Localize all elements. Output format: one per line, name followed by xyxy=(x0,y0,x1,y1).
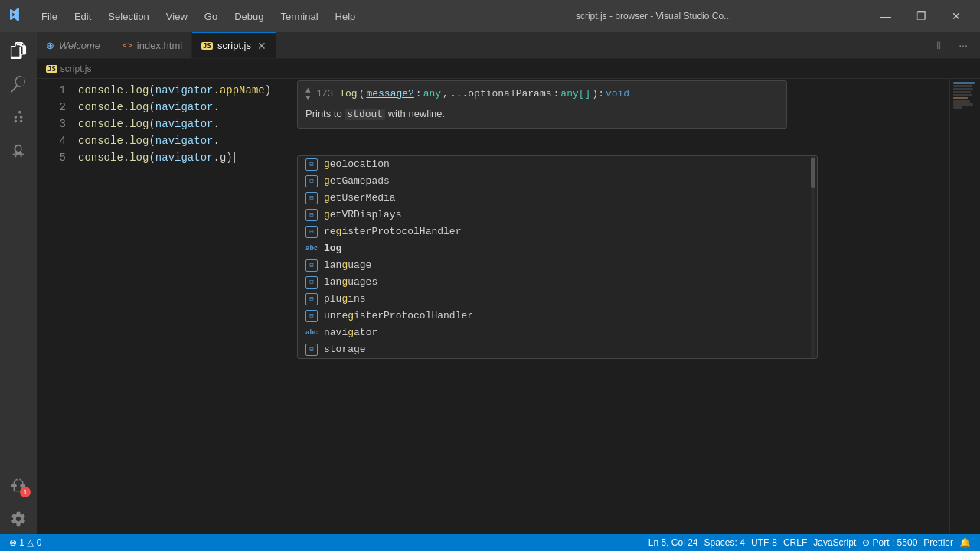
menu-debug[interactable]: Debug xyxy=(227,8,271,25)
status-prettier-text: Prettier xyxy=(923,537,953,548)
menu-help[interactable]: Help xyxy=(328,8,364,25)
ac-icon-getUserMedia: ⊟ xyxy=(305,192,318,204)
minimap-lines xyxy=(950,79,980,112)
status-errors[interactable]: ⊗ 1 △ 0 xyxy=(6,537,44,548)
status-encoding[interactable]: UTF-8 xyxy=(748,537,780,548)
editor-content[interactable]: 1 2 3 4 5 console.log(navigator.appName)… xyxy=(37,79,980,534)
editor-area: ⊕ Welcome <> index.html JS script.js ✕ ⫴… xyxy=(37,32,980,534)
menu-edit[interactable]: Edit xyxy=(67,8,99,25)
ac-item-getUserMedia[interactable]: ⊟ getUserMedia xyxy=(298,190,817,207)
minimize-button[interactable]: — xyxy=(868,0,903,32)
tab-welcome[interactable]: ⊕ Welcome xyxy=(37,32,113,58)
status-errors-text: ⊗ 1 △ 0 xyxy=(9,537,41,548)
line-numbers: 1 2 3 4 5 xyxy=(37,79,75,534)
ac-icon-languages: ⊟ xyxy=(305,276,318,289)
breadcrumb: JS script.js xyxy=(37,59,980,79)
signature-help-tooltip: ▲ ▼ 1/3 log ( message? : any , ...option… xyxy=(297,80,787,129)
status-lineending[interactable]: CRLF xyxy=(780,537,810,548)
sig-param-type: any xyxy=(423,86,441,103)
window-title: script.js - browser - Visual Studio Co..… xyxy=(451,11,856,21)
ac-icon-navigator: abc xyxy=(305,324,318,341)
menu-go[interactable]: Go xyxy=(197,8,225,25)
more-actions-button[interactable]: ··· xyxy=(952,34,974,56)
tab-script-js[interactable]: JS script.js ✕ xyxy=(192,32,276,58)
window-controls: — ❐ ✕ xyxy=(868,0,974,32)
ac-item-log[interactable]: abc log xyxy=(298,240,817,257)
split-editor-button[interactable]: ⫴ xyxy=(928,34,949,56)
ac-item-language[interactable]: ⊟ language xyxy=(298,257,817,274)
sig-param-name: message? xyxy=(366,86,413,103)
menu-terminal[interactable]: Terminal xyxy=(273,8,325,25)
ac-item-plugins[interactable]: ⊟ plugins xyxy=(298,291,817,308)
status-bell[interactable]: 🔔 xyxy=(956,537,974,548)
status-encoding-text: UTF-8 xyxy=(751,537,777,548)
tab-index-html[interactable]: <> index.html xyxy=(113,32,192,58)
status-language-text: JavaScript xyxy=(813,537,856,548)
autocomplete-scrollbar[interactable] xyxy=(811,156,815,358)
status-port-text: ⊙ Port : 5500 xyxy=(862,537,917,548)
line-num-2: 2 xyxy=(37,99,66,116)
ac-item-storage[interactable]: ⊟ storage xyxy=(298,341,817,358)
line-num-3: 3 xyxy=(37,116,66,132)
extensions-badge: 1 xyxy=(20,487,31,497)
code-area[interactable]: console.log(navigator.appName) console.l… xyxy=(75,79,949,534)
line-num-1: 1 xyxy=(37,82,66,99)
tab-bar: ⊕ Welcome <> index.html JS script.js ✕ ⫴… xyxy=(37,32,980,59)
code-line-4: console.log(navigator. xyxy=(78,132,949,149)
ac-item-languages[interactable]: ⊟ languages xyxy=(298,274,817,291)
ac-item-geolocation[interactable]: ⊟ geolocation xyxy=(298,156,817,173)
breadcrumb-filename: script.js xyxy=(60,64,92,74)
menu-file[interactable]: File xyxy=(34,8,65,25)
autocomplete-scrollbar-thumb xyxy=(811,158,815,188)
ac-icon-getGamepads: ⊟ xyxy=(305,175,318,187)
sig-return-type: void xyxy=(606,86,629,103)
activity-explorer-icon[interactable] xyxy=(3,35,34,66)
ac-item-getVRDisplays[interactable]: ⊟ getVRDisplays xyxy=(298,207,817,223)
status-position[interactable]: Ln 5, Col 24 xyxy=(645,537,701,548)
vscode-icon xyxy=(6,7,21,26)
text-cursor xyxy=(234,152,235,163)
ac-icon-geolocation: ⊟ xyxy=(305,158,318,171)
activity-settings-icon[interactable] xyxy=(3,504,34,534)
close-button[interactable]: ✕ xyxy=(939,0,974,32)
line-num-5: 5 xyxy=(37,149,66,166)
ac-item-registerProtocolHandler[interactable]: ⊟ registerProtocolHandler xyxy=(298,223,817,240)
desc-code-stdout: stdout xyxy=(345,109,385,120)
maximize-button[interactable]: ❐ xyxy=(903,0,939,32)
ac-icon-unregisterProtocolHandler: ⊟ xyxy=(305,310,318,322)
autocomplete-dropdown[interactable]: ⊟ geolocation ⊟ getGamepads ⊟ getUserMed… xyxy=(297,155,818,359)
signature-nav-arrows[interactable]: ▲ ▼ xyxy=(305,86,311,102)
ac-item-unregisterProtocolHandler[interactable]: ⊟ unregisterProtocolHandler xyxy=(298,308,817,324)
menu-view[interactable]: View xyxy=(158,8,195,25)
status-right: Ln 5, Col 24 Spaces: 4 UTF-8 CRLF JavaSc… xyxy=(645,537,974,548)
ac-icon-plugins: ⊟ xyxy=(305,293,318,305)
ac-icon-registerProtocolHandler: ⊟ xyxy=(305,226,318,238)
status-port[interactable]: ⊙ Port : 5500 xyxy=(859,537,920,548)
title-bar: File Edit Selection View Go Debug Termin… xyxy=(0,0,980,32)
ac-icon-storage: ⊟ xyxy=(305,344,318,356)
status-language[interactable]: JavaScript xyxy=(810,537,859,548)
ac-item-navigator[interactable]: abc navigator xyxy=(298,324,817,341)
status-bell-icon: 🔔 xyxy=(959,537,971,548)
signature-counter: 1/3 xyxy=(317,86,334,103)
ac-item-getGamepads[interactable]: ⊟ getGamepads xyxy=(298,173,817,190)
activity-search-icon[interactable] xyxy=(3,69,34,99)
activity-bar: 1 xyxy=(0,32,37,534)
menu-bar: File Edit Selection View Go Debug Termin… xyxy=(34,8,439,25)
main-area: 1 ⊕ Welcome <> index.html JS script.js ✕ xyxy=(0,32,980,534)
tab-actions: ⫴ ··· xyxy=(928,32,980,58)
ac-icon-getVRDisplays: ⊟ xyxy=(305,209,318,221)
activity-source-control-icon[interactable] xyxy=(3,103,34,133)
status-spaces-text: Spaces: 4 xyxy=(704,537,745,548)
sig-down-arrow[interactable]: ▼ xyxy=(305,94,311,102)
tab-close-icon[interactable]: ✕ xyxy=(257,40,266,52)
signature-description: Prints to stdout with newline. xyxy=(305,106,779,123)
menu-selection[interactable]: Selection xyxy=(100,8,156,25)
breadcrumb-icon: JS xyxy=(46,65,57,73)
tab-index-label: index.html xyxy=(137,40,182,51)
status-spaces[interactable]: Spaces: 4 xyxy=(701,537,748,548)
activity-debug-icon[interactable] xyxy=(3,136,34,167)
status-prettier[interactable]: Prettier xyxy=(920,537,956,548)
activity-extensions-icon[interactable]: 1 xyxy=(3,470,34,500)
status-bar: ⊗ 1 △ 0 Ln 5, Col 24 Spaces: 4 UTF-8 CRL… xyxy=(0,534,980,551)
